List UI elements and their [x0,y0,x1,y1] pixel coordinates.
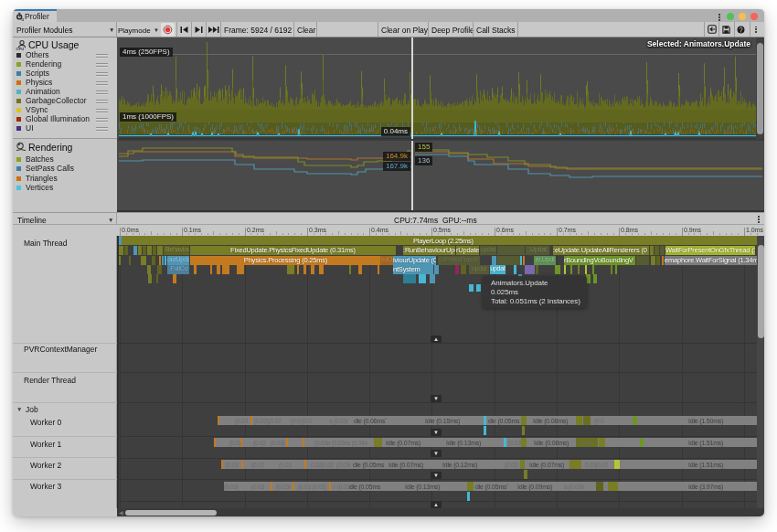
svg-text:q: q [22,17,24,21]
svg-text:CPU: CPU [16,47,25,50]
